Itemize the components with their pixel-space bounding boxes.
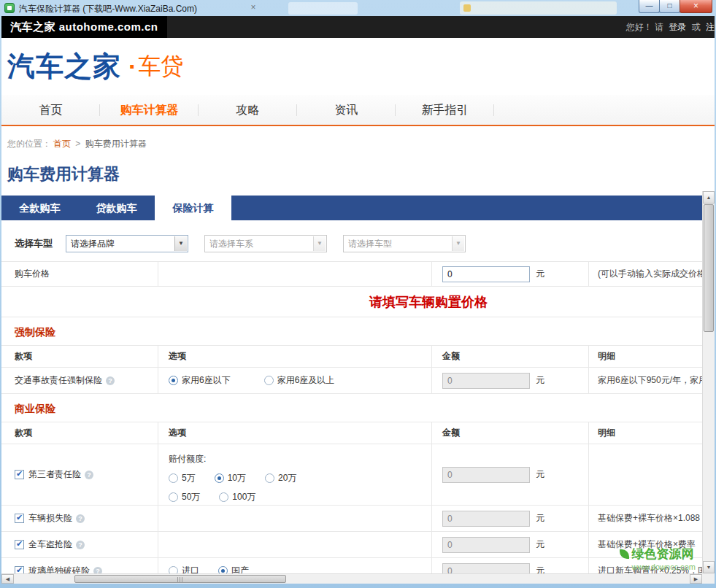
amount-unit: 元 [536,374,544,387]
scroll-down-icon[interactable]: ▼ [703,561,715,573]
nav-item-calculator[interactable]: 购车计算器 [100,95,199,125]
watermark-site-name: 绿色资源网 [632,546,694,562]
leaf-icon [620,549,629,559]
checkbox-checked-icon[interactable] [15,470,24,479]
maximize-button[interactable]: □ [659,0,680,13]
minimize-button[interactable]: — [639,0,660,13]
info-icon[interactable] [76,541,85,549]
content-frame: 汽车之家 autohome.com.cn 您好！ 请 登录 或 注册 汽车之家 … [1,16,715,584]
third-party-options-cell: 赔付额度: 5万 10万 20万 [158,444,432,505]
option-5w[interactable]: 5万 [169,472,196,484]
commercial-table: 款项 选项 金额 明细 第三者责任险 赔付额度: 5万 [1,422,702,584]
titlebar[interactable]: 汽车保险计算器 (下载吧-Www.XiaZaiBa.Com) — □ × [0,0,716,16]
brand-logo[interactable]: 汽车之家 [7,48,121,85]
vehicle-damage-amount-input[interactable] [442,511,530,527]
series-select[interactable]: 请选择车系 ▼ [204,235,327,252]
login-link[interactable]: 登录 [669,22,686,32]
nav-item-strategy[interactable]: 攻略 [199,95,297,125]
watermark-site: 绿色资源网 [620,546,696,562]
option-label: 20万 [278,472,296,484]
radio-icon[interactable] [265,473,274,483]
autohome-logo[interactable]: 汽车之家 autohome.com.cn [1,16,167,38]
radio-icon[interactable] [219,492,228,502]
option-20w[interactable]: 20万 [265,472,296,484]
watermark: 绿色资源网 www.downcc.com [620,546,696,571]
close-button[interactable]: × [680,0,712,13]
info-icon[interactable] [76,514,85,523]
option-family-over6[interactable]: 家用6座及以上 [264,374,335,387]
info-icon[interactable] [106,376,115,385]
third-party-amount-input[interactable] [442,467,530,483]
info-icon[interactable] [85,471,93,479]
page-title: 购车费用计算器 [7,163,715,185]
background-close-icon [249,3,258,12]
tab-full-payment[interactable]: 全款购车 [1,196,78,220]
theft-row: 全车盗抢险 元 基础保费+裸车价格×费率 [1,532,702,558]
third-party-row: 第三者责任险 赔付额度: 5万 10万 [1,444,702,506]
theft-name: 全车盗抢险 [28,538,72,551]
price-note: (可以手动输入实际成交价格 [589,262,702,286]
header-item: 款项 [1,422,158,444]
tab-insurance[interactable]: 保险计算 [155,196,231,220]
scroll-right-icon[interactable]: ▶ [690,574,702,584]
option-50w[interactable]: 50万 [169,491,200,503]
compulsory-name-cell: 交通事故责任强制保险 [1,368,158,393]
window-controls: — □ × [639,0,712,13]
breadcrumb-home-link[interactable]: 首页 [53,139,71,149]
radio-icon[interactable] [169,473,178,483]
scrollbar-corner [702,573,715,584]
breadcrumb-prefix: 您的位置： [7,139,51,149]
price-input[interactable] [442,266,530,282]
horizontal-scroll-thumb[interactable] [74,575,286,583]
scroll-left-icon[interactable]: ◀ [1,574,14,584]
radio-checked-icon[interactable] [169,376,178,385]
third-party-name: 第三者责任险 [28,468,81,481]
radio-checked-icon[interactable] [215,473,224,483]
commercial-section-title: 商业保险 [15,403,715,416]
header-amount: 金额 [432,422,589,444]
option-label: 10万 [228,472,246,484]
model-select[interactable]: 请选择车型 ▼ [343,235,466,252]
price-unit: 元 [536,268,544,280]
option-label: 家用6座以下 [182,374,231,387]
compulsory-amount-input[interactable] [442,373,530,389]
horizontal-scrollbar[interactable]: ◀ ▶ [1,573,702,584]
register-link[interactable]: 注册 [706,22,715,32]
theft-amount-input[interactable] [442,537,530,553]
scroll-up-icon[interactable]: ▲ [703,191,715,204]
checkbox-checked-icon[interactable] [15,540,24,549]
nav-item-guide[interactable]: 新手指引 [396,95,494,125]
dropdown-arrow-icon[interactable]: ▼ [174,236,187,251]
breadcrumb-current: 购车费用计算器 [85,139,147,149]
tab-loan[interactable]: 贷款购车 [78,196,155,220]
vehicle-damage-detail: 基础保费+裸车价格×1.088 [589,506,702,531]
vertical-scroll-thumb[interactable] [704,204,714,332]
nav-item-news[interactable]: 资讯 [297,95,396,125]
checkbox-checked-icon[interactable] [15,514,24,523]
header-detail: 明细 [589,422,702,444]
price-empty-cell [158,262,432,286]
brand-select[interactable]: 请选择品牌 ▼ [66,235,188,252]
compulsory-row: 交通事故责任强制保险 家用6座以下 家用6座及以上 元 [1,368,702,394]
option-family-under6[interactable]: 家用6座以下 [169,374,231,387]
radio-icon[interactable] [264,376,274,385]
vertical-scrollbar[interactable]: ▲ ▼ [702,191,715,573]
price-amount-cell: 元 [432,262,589,286]
dropdown-arrow-icon: ▼ [452,236,464,251]
third-party-name-cell: 第三者责任险 [1,444,158,505]
theft-name-cell: 全车盗抢险 [1,532,158,557]
amount-unit: 元 [536,512,544,525]
greeting-text: 您好！ 请 [626,22,663,32]
header-amount: 金额 [432,346,589,367]
nav-item-home[interactable]: 首页 [1,95,100,125]
brand-dot: · [128,53,136,81]
radio-icon[interactable] [169,492,178,502]
price-label: 购车价格 [1,262,158,286]
option-100w[interactable]: 100万 [219,491,255,503]
header-item: 款项 [1,346,158,367]
compulsory-amount-cell: 元 [432,368,589,393]
option-10w[interactable]: 10万 [215,472,246,484]
price-row: 购车价格 元 (可以手动输入实际成交价格 [1,262,702,287]
compulsory-options-cell: 家用6座以下 家用6座及以上 [158,368,432,393]
option-label: 家用6座及以上 [277,374,335,387]
